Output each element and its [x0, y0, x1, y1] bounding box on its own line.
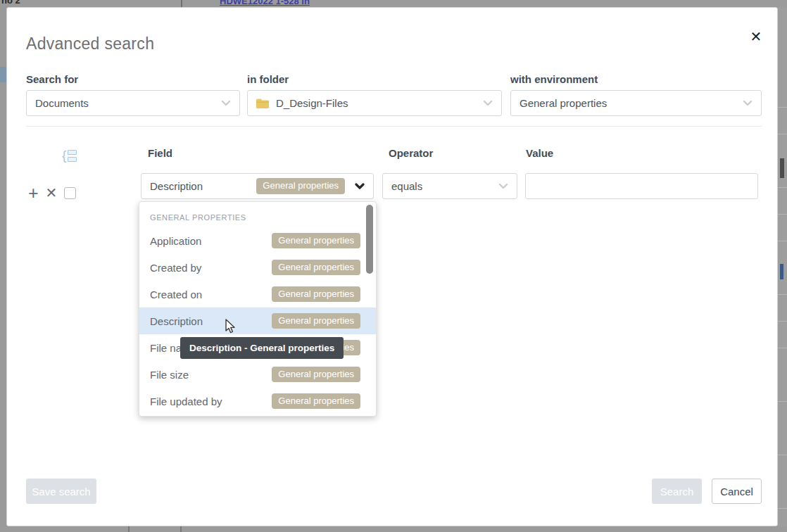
in-folder-select[interactable]: D_Design-Files: [247, 90, 502, 116]
value-input[interactable]: [525, 173, 758, 199]
folder-icon: [256, 99, 269, 108]
with-environment-select[interactable]: General properties: [510, 90, 762, 116]
operator-column-label: Operator: [389, 147, 433, 159]
background-page-top: no 2 HDWE12022 1-528 in: [0, 0, 787, 7]
in-folder-label: in folder: [247, 73, 289, 85]
dropdown-item-file-updated-by[interactable]: File updated by General properties: [139, 388, 376, 414]
background-page-bottom: [0, 526, 787, 532]
advanced-search-dialog: Advanced search ✕ Search for Documents i…: [6, 7, 778, 526]
dropdown-item-application[interactable]: Application General properties: [139, 227, 376, 254]
chevron-down-icon: [355, 183, 365, 189]
item-environment-badge: General properties: [272, 260, 360, 275]
background-row-highlight: [0, 67, 6, 82]
condition-row-tools: + ✕: [28, 180, 92, 205]
condition-checkbox[interactable]: [64, 187, 76, 199]
item-environment-badge: General properties: [272, 286, 360, 302]
operator-value: equals: [391, 180, 498, 192]
chevron-down-icon: [743, 100, 753, 106]
field-value: Description: [150, 180, 256, 192]
with-environment-value: General properties: [520, 97, 743, 109]
mouse-cursor: [224, 319, 238, 334]
dropdown-item-file-size[interactable]: File size General properties: [139, 361, 376, 388]
background-text-fragment: no 2: [1, 0, 20, 6]
item-environment-badge: General properties: [272, 367, 360, 382]
save-search-button[interactable]: Save search: [26, 479, 96, 504]
dialog-title: Advanced search: [26, 34, 154, 53]
chevron-down-icon: [221, 100, 231, 106]
background-page-right: [778, 7, 787, 532]
dropdown-scrollbar[interactable]: [366, 205, 373, 274]
value-column-label: Value: [526, 147, 553, 159]
item-tooltip: Description - General properties: [180, 337, 344, 359]
background-cell-fragment: [780, 264, 783, 279]
dropdown-group-header: GENERAL PROPERTIES: [139, 209, 376, 227]
item-environment-badge: General properties: [272, 313, 360, 329]
search-button[interactable]: Search: [652, 479, 702, 504]
background-page-left: [0, 7, 6, 532]
chevron-down-icon: [483, 100, 493, 106]
group-conditions-icon[interactable]: {: [62, 148, 80, 163]
field-dropdown-list: GENERAL PROPERTIES Application General p…: [139, 201, 377, 417]
in-folder-value: D_Design-Files: [276, 97, 483, 109]
cancel-button[interactable]: Cancel: [712, 479, 762, 504]
chevron-down-icon: [498, 183, 508, 189]
with-environment-label: with environment: [510, 73, 598, 85]
remove-condition-icon[interactable]: ✕: [46, 186, 58, 200]
dropdown-item-description[interactable]: Description General properties: [139, 308, 376, 334]
operator-select[interactable]: equals: [382, 173, 517, 199]
section-divider: [26, 126, 762, 127]
dropdown-item-created-by[interactable]: Created by General properties: [139, 254, 376, 281]
item-environment-badge: General properties: [272, 393, 360, 409]
search-for-label: Search for: [26, 73, 78, 85]
add-condition-icon[interactable]: +: [28, 184, 39, 202]
dropdown-item-created-on[interactable]: Created on General properties: [139, 281, 376, 308]
search-for-select[interactable]: Documents: [26, 90, 240, 116]
field-combobox[interactable]: Description General properties: [141, 173, 374, 199]
item-environment-badge: General properties: [272, 233, 360, 248]
background-column-divider: [181, 0, 182, 7]
field-environment-badge: General properties: [256, 178, 345, 194]
background-link-fragment: HDWE12022 1-528 in: [220, 0, 310, 6]
search-for-value: Documents: [35, 97, 221, 109]
close-icon[interactable]: ✕: [746, 27, 766, 46]
field-column-label: Field: [148, 147, 172, 159]
background-cell-fragment: [780, 158, 784, 178]
